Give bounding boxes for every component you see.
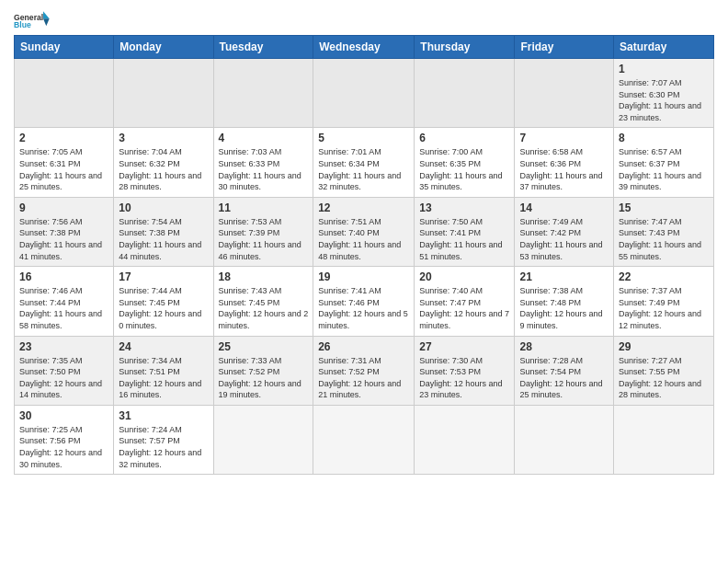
calendar-cell: 9Sunrise: 7:56 AM Sunset: 7:38 PM Daylig… xyxy=(15,197,114,266)
day-info: Sunrise: 7:43 AM Sunset: 7:45 PM Dayligh… xyxy=(219,285,309,331)
day-number: 17 xyxy=(119,270,208,283)
day-info: Sunrise: 7:51 AM Sunset: 7:40 PM Dayligh… xyxy=(318,216,409,262)
calendar-cell xyxy=(114,59,213,128)
day-info: Sunrise: 7:47 AM Sunset: 7:43 PM Dayligh… xyxy=(619,216,709,262)
svg-text:Blue: Blue xyxy=(14,20,31,29)
day-number: 19 xyxy=(318,270,409,283)
calendar-cell: 16Sunrise: 7:46 AM Sunset: 7:44 PM Dayli… xyxy=(15,267,114,336)
day-number: 30 xyxy=(19,409,108,422)
calendar-cell xyxy=(15,59,114,128)
day-info: Sunrise: 7:31 AM Sunset: 7:52 PM Dayligh… xyxy=(318,355,409,401)
calendar-cell: 20Sunrise: 7:40 AM Sunset: 7:47 PM Dayli… xyxy=(415,267,515,336)
svg-marker-2 xyxy=(43,11,50,18)
day-number: 13 xyxy=(419,201,509,214)
day-number: 7 xyxy=(519,132,609,144)
day-info: Sunrise: 7:37 AM Sunset: 7:49 PM Dayligh… xyxy=(619,285,709,331)
day-info: Sunrise: 6:57 AM Sunset: 6:37 PM Dayligh… xyxy=(619,146,709,192)
day-number: 26 xyxy=(318,340,409,353)
header-friday: Friday xyxy=(515,36,614,59)
calendar-week-2: 9Sunrise: 7:56 AM Sunset: 7:38 PM Daylig… xyxy=(15,197,714,266)
day-info: Sunrise: 7:46 AM Sunset: 7:44 PM Dayligh… xyxy=(19,285,108,331)
calendar-week-3: 16Sunrise: 7:46 AM Sunset: 7:44 PM Dayli… xyxy=(15,267,714,336)
calendar-cell: 27Sunrise: 7:30 AM Sunset: 7:53 PM Dayli… xyxy=(415,336,515,405)
calendar-cell xyxy=(515,405,614,474)
logo-svg: General Blue xyxy=(14,9,51,29)
header-sunday: Sunday xyxy=(15,36,114,59)
calendar-cell: 18Sunrise: 7:43 AM Sunset: 7:45 PM Dayli… xyxy=(213,267,313,336)
day-number: 20 xyxy=(419,270,509,283)
calendar-cell: 14Sunrise: 7:49 AM Sunset: 7:42 PM Dayli… xyxy=(515,197,614,266)
day-number: 28 xyxy=(519,340,609,353)
day-number: 3 xyxy=(119,132,208,144)
day-info: Sunrise: 7:44 AM Sunset: 7:45 PM Dayligh… xyxy=(119,285,208,331)
calendar-cell: 24Sunrise: 7:34 AM Sunset: 7:51 PM Dayli… xyxy=(114,336,213,405)
day-info: Sunrise: 7:56 AM Sunset: 7:38 PM Dayligh… xyxy=(19,216,108,262)
day-info: Sunrise: 7:40 AM Sunset: 7:47 PM Dayligh… xyxy=(419,285,509,331)
calendar-cell: 7Sunrise: 6:58 AM Sunset: 6:36 PM Daylig… xyxy=(515,128,614,197)
svg-marker-3 xyxy=(43,18,50,26)
day-number: 22 xyxy=(619,270,709,283)
day-number: 15 xyxy=(619,201,709,214)
day-info: Sunrise: 7:27 AM Sunset: 7:55 PM Dayligh… xyxy=(619,355,709,401)
calendar-cell: 4Sunrise: 7:03 AM Sunset: 6:33 PM Daylig… xyxy=(213,128,313,197)
day-number: 21 xyxy=(519,270,609,283)
calendar-header-row: SundayMondayTuesdayWednesdayThursdayFrid… xyxy=(15,36,714,59)
day-number: 29 xyxy=(619,340,709,353)
calendar-cell: 13Sunrise: 7:50 AM Sunset: 7:41 PM Dayli… xyxy=(415,197,515,266)
day-info: Sunrise: 7:49 AM Sunset: 7:42 PM Dayligh… xyxy=(519,216,609,262)
calendar-cell: 26Sunrise: 7:31 AM Sunset: 7:52 PM Dayli… xyxy=(313,336,415,405)
calendar-table: SundayMondayTuesdayWednesdayThursdayFrid… xyxy=(14,35,714,475)
day-number: 24 xyxy=(119,340,208,353)
calendar-cell xyxy=(213,59,313,128)
day-number: 23 xyxy=(19,340,108,353)
calendar-cell: 30Sunrise: 7:25 AM Sunset: 7:56 PM Dayli… xyxy=(15,405,114,474)
day-info: Sunrise: 6:58 AM Sunset: 6:36 PM Dayligh… xyxy=(519,146,609,192)
calendar-cell: 5Sunrise: 7:01 AM Sunset: 6:34 PM Daylig… xyxy=(313,128,415,197)
calendar-cell: 2Sunrise: 7:05 AM Sunset: 6:31 PM Daylig… xyxy=(15,128,114,197)
calendar-cell: 19Sunrise: 7:41 AM Sunset: 7:46 PM Dayli… xyxy=(313,267,415,336)
day-number: 31 xyxy=(119,409,208,422)
calendar-week-1: 2Sunrise: 7:05 AM Sunset: 6:31 PM Daylig… xyxy=(15,128,714,197)
calendar-cell: 8Sunrise: 6:57 AM Sunset: 6:37 PM Daylig… xyxy=(614,128,714,197)
calendar-week-0: 1Sunrise: 7:07 AM Sunset: 6:30 PM Daylig… xyxy=(15,59,714,128)
calendar-week-4: 23Sunrise: 7:35 AM Sunset: 7:50 PM Dayli… xyxy=(15,336,714,405)
day-info: Sunrise: 7:00 AM Sunset: 6:35 PM Dayligh… xyxy=(419,146,509,192)
calendar-cell: 17Sunrise: 7:44 AM Sunset: 7:45 PM Dayli… xyxy=(114,267,213,336)
day-number: 4 xyxy=(219,132,309,144)
day-info: Sunrise: 7:25 AM Sunset: 7:56 PM Dayligh… xyxy=(19,424,108,470)
calendar-cell: 25Sunrise: 7:33 AM Sunset: 7:52 PM Dayli… xyxy=(213,336,313,405)
calendar-cell: 6Sunrise: 7:00 AM Sunset: 6:35 PM Daylig… xyxy=(415,128,515,197)
header-saturday: Saturday xyxy=(614,36,714,59)
calendar-week-5: 30Sunrise: 7:25 AM Sunset: 7:56 PM Dayli… xyxy=(15,405,714,474)
calendar-cell: 29Sunrise: 7:27 AM Sunset: 7:55 PM Dayli… xyxy=(614,336,714,405)
day-number: 5 xyxy=(318,132,409,144)
day-info: Sunrise: 7:30 AM Sunset: 7:53 PM Dayligh… xyxy=(419,355,509,401)
day-number: 12 xyxy=(318,201,409,214)
day-number: 10 xyxy=(119,201,208,214)
day-number: 27 xyxy=(419,340,509,353)
header-wednesday: Wednesday xyxy=(313,36,415,59)
header-tuesday: Tuesday xyxy=(213,36,313,59)
calendar-cell xyxy=(415,59,515,128)
day-info: Sunrise: 7:33 AM Sunset: 7:52 PM Dayligh… xyxy=(219,355,309,401)
day-info: Sunrise: 7:35 AM Sunset: 7:50 PM Dayligh… xyxy=(19,355,108,401)
header-thursday: Thursday xyxy=(415,36,515,59)
calendar-cell xyxy=(313,59,415,128)
calendar-cell xyxy=(213,405,313,474)
day-info: Sunrise: 7:28 AM Sunset: 7:54 PM Dayligh… xyxy=(519,355,609,401)
day-number: 2 xyxy=(19,132,108,144)
day-number: 8 xyxy=(619,132,709,144)
day-number: 1 xyxy=(619,63,709,75)
day-number: 25 xyxy=(219,340,309,353)
day-info: Sunrise: 7:07 AM Sunset: 6:30 PM Dayligh… xyxy=(619,77,709,123)
day-number: 6 xyxy=(419,132,509,144)
day-info: Sunrise: 7:03 AM Sunset: 6:33 PM Dayligh… xyxy=(219,146,309,192)
calendar-cell: 28Sunrise: 7:28 AM Sunset: 7:54 PM Dayli… xyxy=(515,336,614,405)
calendar-cell: 31Sunrise: 7:24 AM Sunset: 7:57 PM Dayli… xyxy=(114,405,213,474)
day-info: Sunrise: 7:53 AM Sunset: 7:39 PM Dayligh… xyxy=(219,216,309,262)
calendar-cell: 23Sunrise: 7:35 AM Sunset: 7:50 PM Dayli… xyxy=(15,336,114,405)
day-number: 14 xyxy=(519,201,609,214)
day-info: Sunrise: 7:38 AM Sunset: 7:48 PM Dayligh… xyxy=(519,285,609,331)
calendar-cell: 12Sunrise: 7:51 AM Sunset: 7:40 PM Dayli… xyxy=(313,197,415,266)
calendar-cell xyxy=(515,59,614,128)
